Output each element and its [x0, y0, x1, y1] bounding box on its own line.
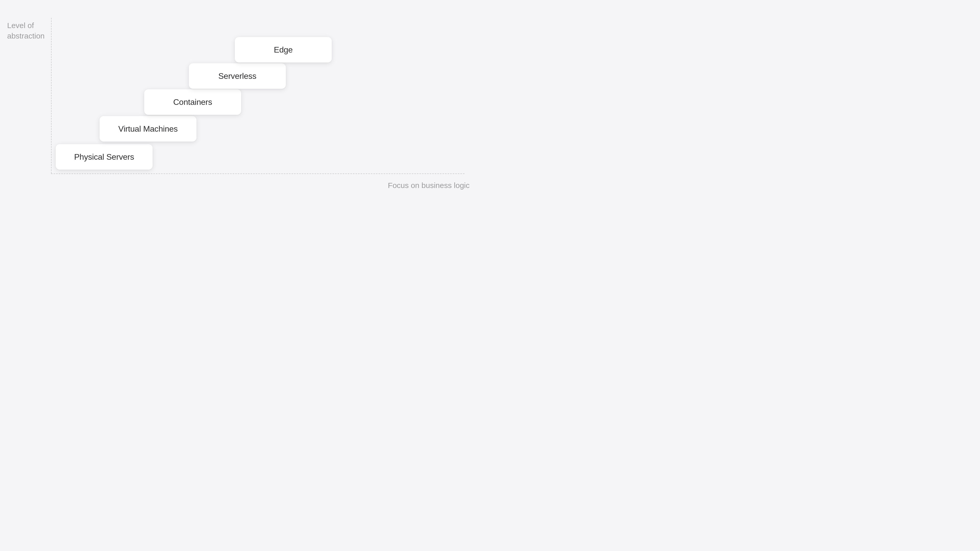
box-virtual-machines-label: Virtual Machines	[118, 124, 178, 134]
box-containers-label: Containers	[173, 97, 212, 107]
box-serverless: Serverless	[189, 63, 286, 89]
diagram-container: Level of abstraction Focus on business l…	[0, 0, 490, 275]
box-serverless-label: Serverless	[218, 71, 256, 81]
x-axis-label: Focus on business logic	[388, 181, 469, 190]
box-virtual-machines: Virtual Machines	[100, 116, 197, 141]
box-physical-servers-label: Physical Servers	[74, 152, 134, 162]
x-axis-line	[51, 173, 465, 174]
box-containers: Containers	[144, 89, 241, 115]
box-edge-label: Edge	[274, 45, 293, 55]
box-physical-servers: Physical Servers	[56, 144, 153, 170]
y-axis-label: Level of abstraction	[7, 21, 38, 41]
y-axis-line	[51, 18, 52, 173]
box-edge: Edge	[235, 37, 332, 62]
